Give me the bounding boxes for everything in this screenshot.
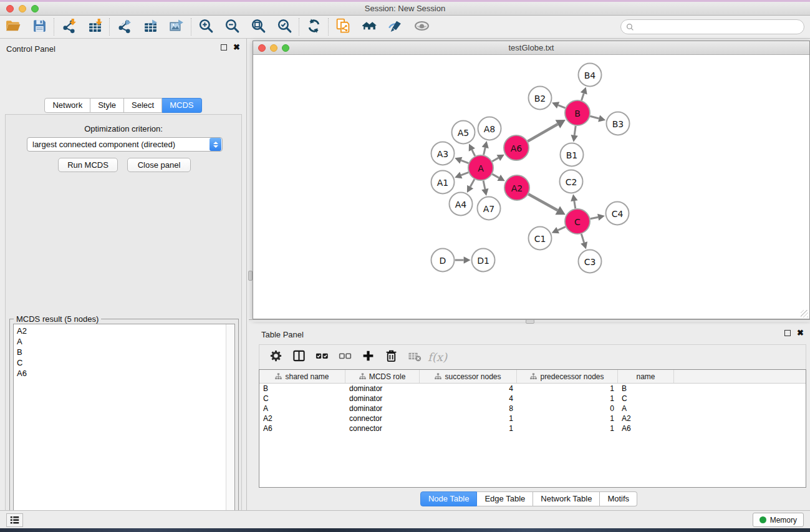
close-panel-icon[interactable]: ✖ [233, 44, 240, 51]
float-panel-icon[interactable] [221, 44, 227, 51]
duplicate-network-button[interactable] [330, 17, 356, 37]
graph-node-C[interactable]: C [565, 209, 590, 234]
save-session-button[interactable] [26, 17, 52, 37]
tab-edge-table[interactable]: Edge Table [477, 491, 533, 506]
edge-A2-C[interactable] [528, 194, 557, 210]
table-row[interactable]: Adominator80A [259, 404, 806, 414]
graph-node-A3[interactable]: A3 [432, 142, 455, 165]
graph-node-A4[interactable]: A4 [450, 193, 473, 216]
edge-A-A2[interactable] [492, 174, 499, 178]
table-close-panel-icon[interactable]: ✖ [797, 330, 804, 336]
show-graphics-details-button[interactable] [408, 17, 435, 37]
search-input[interactable] [634, 21, 804, 33]
memory-button[interactable]: Memory [753, 513, 804, 527]
import-network-button[interactable] [55, 17, 82, 37]
tab-select[interactable]: Select [124, 98, 162, 113]
gear-button[interactable] [264, 347, 287, 367]
tab-style[interactable]: Style [90, 98, 124, 113]
mcds-result-list[interactable]: A2ABCA6 [13, 324, 235, 528]
network-minimize-button[interactable] [270, 44, 277, 52]
graph-node-C1[interactable]: C1 [529, 227, 552, 250]
show-all-networks-button[interactable] [356, 17, 382, 37]
add-row-button[interactable] [357, 347, 380, 367]
graph-node-A7[interactable]: A7 [478, 197, 501, 220]
edge-A-A4[interactable] [470, 179, 475, 186]
edge-B-B2[interactable] [558, 105, 565, 109]
graph-node-C4[interactable]: C4 [606, 202, 629, 225]
graph-node-B2[interactable]: B2 [529, 87, 552, 110]
graph-node-A2[interactable]: A2 [504, 175, 529, 200]
columns-button[interactable] [287, 347, 311, 367]
graph-node-C3[interactable]: C3 [579, 250, 602, 273]
mcds-result-item[interactable]: C [14, 357, 225, 368]
split-handle-vertical[interactable] [248, 271, 253, 281]
graph-node-D1[interactable]: D1 [472, 249, 495, 272]
table-float-panel-icon[interactable] [784, 330, 791, 336]
edge-A6-B[interactable] [528, 124, 557, 142]
refresh-view-button[interactable] [301, 17, 327, 37]
table-row[interactable]: Bdominator41B [259, 384, 806, 394]
edge-C-C1[interactable] [558, 227, 566, 230]
tab-node-table[interactable]: Node Table [420, 491, 478, 506]
zoom-fit-button[interactable] [245, 17, 271, 37]
graph-node-A8[interactable]: A8 [478, 117, 501, 140]
edge-C-C2[interactable] [574, 201, 576, 208]
export-table-button[interactable] [137, 17, 163, 37]
graph-node-A1[interactable]: A1 [432, 171, 455, 194]
run-mcds-button[interactable]: Run MCDS [58, 158, 118, 172]
mcds-result-item[interactable]: A [14, 336, 225, 347]
zoom-out-button[interactable] [219, 17, 245, 37]
select-all-button[interactable] [311, 347, 334, 367]
delete-row-button[interactable] [380, 347, 403, 367]
split-handle-horizontal[interactable] [526, 319, 534, 324]
edge-C-C3[interactable] [581, 234, 584, 243]
mcds-result-item[interactable]: A6 [14, 368, 225, 379]
table-row[interactable]: A2connector11A2 [259, 414, 806, 423]
window-resize-grip[interactable] [801, 310, 808, 317]
edge-B-B3[interactable] [590, 116, 599, 118]
graph-node-B[interactable]: B [565, 100, 590, 125]
zoom-selected-button[interactable] [271, 17, 297, 37]
mcds-result-item[interactable]: A2 [14, 326, 225, 336]
edge-A-A8[interactable] [484, 148, 486, 155]
edge-A-A6[interactable] [492, 158, 498, 162]
hide-annotations-button[interactable] [382, 17, 408, 37]
criterion-select[interactable]: largest connected component (directed) [27, 137, 223, 152]
edge-A-A7[interactable] [483, 181, 485, 190]
open-file-button[interactable] [0, 17, 26, 37]
tab-motifs[interactable]: Motifs [600, 491, 637, 506]
network-canvas[interactable]: B4B2BB3A5A8A6A3B1AA1C2A2A4A7C4CC1C3DD1 [253, 56, 809, 319]
column-header-shared-name[interactable]: shared name [259, 370, 345, 383]
edge-C-C4[interactable] [591, 217, 599, 219]
panel-list-button[interactable] [6, 513, 23, 527]
mcds-result-item[interactable]: B [14, 347, 225, 357]
graph-node-B4[interactable]: B4 [579, 64, 602, 87]
graph-node-B3[interactable]: B3 [607, 112, 630, 135]
deselect-all-button[interactable] [334, 347, 357, 367]
tab-network-table[interactable]: Network Table [533, 491, 600, 506]
close-window-button[interactable] [6, 5, 14, 12]
graph-node-C2[interactable]: C2 [560, 170, 583, 193]
edge-A-A1[interactable] [461, 172, 468, 175]
graph-node-B1[interactable]: B1 [561, 143, 584, 167]
export-network-button[interactable] [111, 17, 137, 37]
zoom-in-button[interactable] [193, 17, 219, 37]
zoom-window-button[interactable] [31, 5, 39, 12]
network-zoom-button[interactable] [282, 44, 289, 52]
column-header-successor-nodes[interactable]: successor nodes [420, 370, 517, 383]
export-image-button[interactable] [163, 17, 190, 37]
graph-node-A[interactable]: A [468, 155, 493, 180]
edge-B-B4[interactable] [582, 94, 584, 100]
graph-node-A5[interactable]: A5 [452, 121, 475, 144]
mcds-list-scrollbar[interactable] [226, 324, 234, 527]
column-header-MCDS-role[interactable]: MCDS role [345, 370, 420, 383]
table-row[interactable]: Cdominator41C [259, 394, 806, 404]
graph-node-D[interactable]: D [432, 249, 455, 272]
tab-mcds[interactable]: MCDS [162, 98, 201, 113]
edge-A-A3[interactable] [461, 160, 468, 163]
close-panel-button[interactable]: Close panel [127, 158, 191, 172]
minimize-window-button[interactable] [19, 5, 26, 12]
column-header-predecessor-nodes[interactable]: predecessor nodes [517, 370, 618, 383]
import-table-button[interactable] [82, 17, 108, 37]
graph-node-A6[interactable]: A6 [504, 135, 529, 160]
